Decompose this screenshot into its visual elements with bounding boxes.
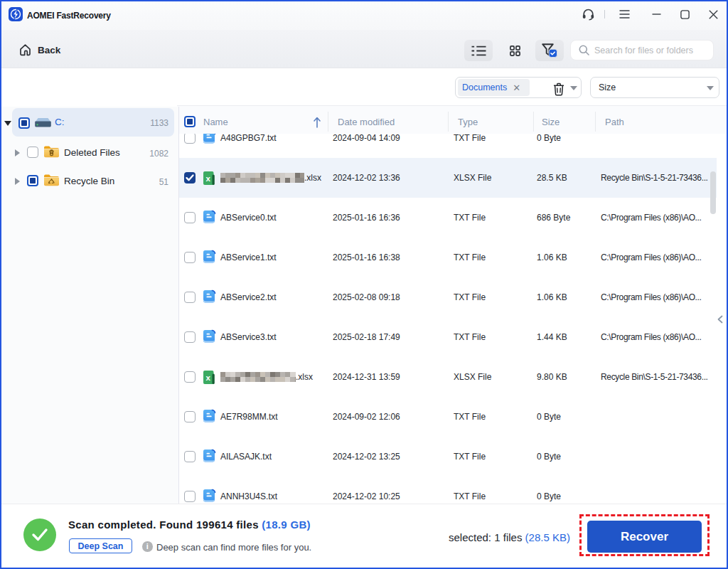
svg-text:x: x (205, 373, 210, 382)
svg-text:x: x (205, 174, 210, 183)
